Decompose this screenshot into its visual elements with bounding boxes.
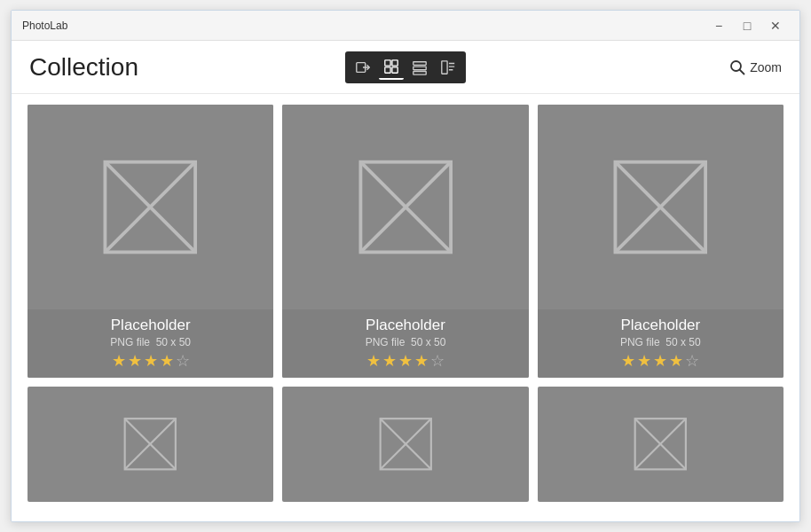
photo-card-6[interactable] [538,387,783,502]
photo-card-5[interactable] [282,387,528,502]
card-meta-2: PNG file 50 x 50 [293,336,517,348]
app-title: PhotoLab [22,20,705,32]
view-import-button[interactable] [350,55,375,80]
photo-grid: Placeholder PNG file 50 x 50 ★ ★ ★ ★ ☆ [28,105,783,502]
view-toggle-group [345,51,466,83]
card-name-1: Placeholder [38,317,263,334]
card-info-2: Placeholder PNG file 50 x 50 ★ ★ ★ ★ ☆ [282,309,528,378]
card-image-2 [282,105,528,309]
card-stars-2: ★ ★ ★ ★ ☆ [293,353,517,369]
card-name-2: Placeholder [293,317,517,334]
window-controls: − □ ✕ [705,15,789,36]
search-zoom-button[interactable]: Zoom [728,59,782,76]
photo-card-3[interactable]: Placeholder PNG file 50 x 50 ★ ★ ★ ★ ☆ [538,105,783,378]
titlebar: PhotoLab − □ ✕ [12,11,799,41]
content-area: Placeholder PNG file 50 x 50 ★ ★ ★ ★ ☆ [12,94,799,521]
card-image-1 [28,105,273,309]
maximize-button[interactable]: □ [734,15,760,36]
svg-rect-6 [413,61,426,65]
svg-line-14 [740,69,745,74]
svg-rect-8 [413,71,426,74]
minimize-button[interactable]: − [705,15,732,36]
view-list-button[interactable] [407,55,432,80]
search-icon [728,59,746,76]
card-info-1: Placeholder PNG file 50 x 50 ★ ★ ★ ★ ☆ [28,309,273,378]
view-detail-button[interactable] [436,55,461,80]
card-image-3 [538,105,783,309]
app-window: PhotoLab − □ ✕ Collection [11,10,800,522]
view-grid-button[interactable] [379,55,404,80]
card-meta-3: PNG file 50 x 50 [548,336,773,348]
card-image-5 [282,387,528,502]
svg-rect-5 [392,66,398,72]
card-image-4 [28,387,273,502]
toolbar: Collection [12,41,799,94]
photo-card-2[interactable]: Placeholder PNG file 50 x 50 ★ ★ ★ ★ ☆ [282,105,528,378]
card-image-6 [538,387,783,502]
zoom-label: Zoom [750,60,782,74]
toolbar-right: Zoom [728,59,782,76]
card-stars-3: ★ ★ ★ ★ ☆ [548,353,773,369]
photo-card-4[interactable] [28,387,273,502]
card-stars-1: ★ ★ ★ ★ ☆ [38,353,263,369]
svg-rect-4 [385,66,390,72]
card-info-3: Placeholder PNG file 50 x 50 ★ ★ ★ ★ ☆ [538,309,783,378]
card-meta-1: PNG file 50 x 50 [38,336,263,348]
photo-card-1[interactable]: Placeholder PNG file 50 x 50 ★ ★ ★ ★ ☆ [28,105,273,378]
svg-rect-7 [413,66,426,70]
svg-rect-9 [442,60,447,73]
svg-rect-2 [385,59,390,65]
svg-rect-3 [392,59,398,65]
close-button[interactable]: ✕ [762,15,789,36]
card-name-3: Placeholder [548,317,773,334]
svg-point-13 [731,61,741,71]
